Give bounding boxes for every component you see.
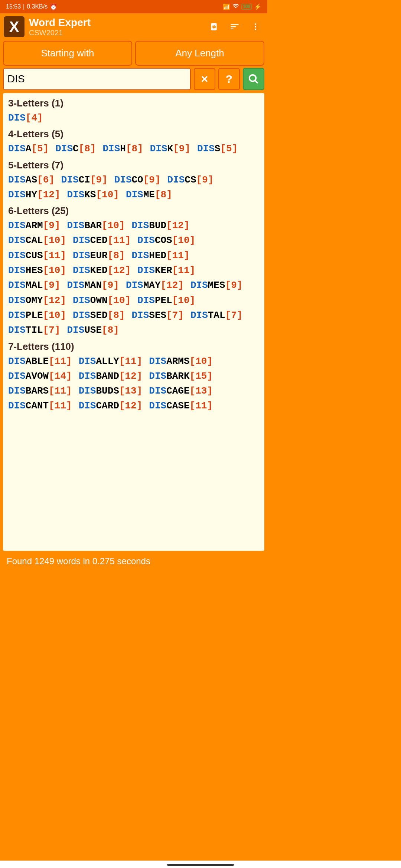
word-item[interactable]: DISSED[8] <box>73 308 125 323</box>
group-header: 3-Letters (1) <box>8 98 259 109</box>
word-item[interactable]: DISBUD[12] <box>131 218 189 233</box>
svg-text:Ab: Ab <box>212 25 216 29</box>
word-item[interactable]: DISABLE[11] <box>8 354 72 369</box>
status-left: 15:53 | 0.3KB/s ⏰ <box>6 3 57 10</box>
word-item[interactable]: DISCASE[11] <box>149 398 213 413</box>
wifi-icon <box>232 3 239 11</box>
word-item[interactable]: DIS[4] <box>8 111 43 125</box>
filter-mode-button[interactable]: Starting with <box>3 41 132 66</box>
svg-point-1 <box>255 23 256 25</box>
clear-button[interactable] <box>194 68 215 90</box>
word-item[interactable]: DISALLY[11] <box>79 354 143 369</box>
header-actions: Ab <box>209 22 264 32</box>
alarm-icon: ⏰ <box>50 3 57 10</box>
charging-icon: ⚡ <box>254 3 261 10</box>
word-item[interactable]: DISMAL[9] <box>8 278 60 293</box>
group-header: 6-Letters (25) <box>8 205 259 217</box>
word-item[interactable]: DISCI[9] <box>61 172 108 187</box>
word-list: DISARM[9]DISBAR[10]DISBUD[12]DISCAL[10]D… <box>8 218 259 338</box>
word-item[interactable]: DISAVOW[14] <box>8 369 72 384</box>
battery-icon: 100 <box>241 4 252 10</box>
word-item[interactable]: DISBUDS[13] <box>79 384 143 398</box>
word-item[interactable]: DISAS[6] <box>8 172 55 187</box>
app-title: Word Expert <box>29 17 204 29</box>
word-item[interactable]: DISOMY[12] <box>8 293 66 308</box>
app-header: X Word Expert CSW2021 Ab <box>0 13 267 40</box>
status-right: 📶 100 ⚡ <box>223 3 261 11</box>
word-item[interactable]: DISKS[10] <box>67 187 119 202</box>
more-icon[interactable] <box>250 22 261 32</box>
word-item[interactable]: DISMES[9] <box>190 278 242 293</box>
word-item[interactable]: DISHED[11] <box>131 248 189 263</box>
word-item[interactable]: DISARM[9] <box>8 218 60 233</box>
word-item[interactable]: DISSES[7] <box>131 308 183 323</box>
status-bar: 15:53 | 0.3KB/s ⏰ 📶 100 ⚡ <box>0 0 267 13</box>
signal-icon: 📶 <box>223 3 230 10</box>
svg-point-3 <box>255 29 256 30</box>
status-time: 15:53 <box>6 3 21 10</box>
sort-icon[interactable] <box>229 22 240 32</box>
footer-status: Found 1249 words in 0.275 seconds <box>0 551 267 572</box>
group-header: 7-Letters (110) <box>8 341 259 352</box>
word-list: DISAS[6]DISCI[9]DISCO[9]DISCS[9]DISHY[12… <box>8 172 259 203</box>
word-item[interactable]: DISBAR[10] <box>67 218 125 233</box>
app-subtitle: CSW2021 <box>29 29 204 37</box>
word-item[interactable]: DISCANT[11] <box>8 398 72 413</box>
word-item[interactable]: DISCED[11] <box>73 233 131 248</box>
word-item[interactable]: DISS[5] <box>197 141 238 156</box>
search-input[interactable] <box>3 68 191 90</box>
word-item[interactable]: DISK[9] <box>150 141 190 156</box>
app-logo[interactable]: X <box>4 16 25 37</box>
word-item[interactable]: DISBARK[15] <box>149 369 213 384</box>
word-item[interactable]: DISC[8] <box>55 141 96 156</box>
word-item[interactable]: DISEUR[8] <box>73 248 125 263</box>
group-header: 4-Letters (5) <box>8 128 259 140</box>
word-item[interactable]: DISPLE[10] <box>8 308 66 323</box>
word-item[interactable]: DISA[5] <box>8 141 49 156</box>
search-row: ? <box>0 68 267 93</box>
word-item[interactable]: DISPEL[10] <box>137 293 195 308</box>
word-item[interactable]: DISCAGE[13] <box>149 384 213 398</box>
filter-length-button[interactable]: Any Length <box>135 41 264 66</box>
word-item[interactable]: DISCAL[10] <box>8 233 66 248</box>
word-item[interactable]: DISME[8] <box>126 187 172 202</box>
dictionary-icon[interactable]: Ab <box>209 22 219 32</box>
word-item[interactable]: DISCUS[11] <box>8 248 66 263</box>
word-item[interactable]: DISUSE[8] <box>67 323 119 338</box>
word-item[interactable]: DISCARD[12] <box>79 398 143 413</box>
word-item[interactable]: DISCOS[10] <box>137 233 195 248</box>
svg-point-2 <box>255 26 256 27</box>
svg-point-4 <box>250 75 256 82</box>
word-item[interactable]: DISTAL[7] <box>190 308 242 323</box>
word-item[interactable]: DISMAN[9] <box>67 278 119 293</box>
word-list: DISABLE[11]DISALLY[11]DISARMS[10]DISAVOW… <box>8 354 259 414</box>
word-item[interactable]: DISKED[12] <box>73 263 131 278</box>
results-panel[interactable]: 3-Letters (1)DIS[4]4-Letters (5)DISA[5]D… <box>3 93 264 551</box>
header-titles: Word Expert CSW2021 <box>29 17 204 37</box>
word-item[interactable]: DISBAND[12] <box>79 369 143 384</box>
status-speed: 0.3KB/s <box>27 3 48 10</box>
word-item[interactable]: DISHES[10] <box>8 263 66 278</box>
word-item[interactable]: DISHY[12] <box>8 187 60 202</box>
word-list: DIS[4] <box>8 111 259 125</box>
filter-row: Starting with Any Length <box>0 40 267 68</box>
word-item[interactable]: DISOWN[10] <box>73 293 131 308</box>
word-list: DISA[5]DISC[8]DISH[8]DISK[9]DISS[5] <box>8 141 259 156</box>
help-button[interactable]: ? <box>218 68 240 90</box>
word-item[interactable]: DISCS[9] <box>167 172 214 187</box>
word-item[interactable]: DISH[8] <box>102 141 143 156</box>
word-item[interactable]: DISARMS[10] <box>149 354 213 369</box>
word-item[interactable]: DISTIL[7] <box>8 323 60 338</box>
word-item[interactable]: DISMAY[12] <box>126 278 184 293</box>
word-item[interactable]: DISBARS[11] <box>8 384 72 398</box>
group-header: 5-Letters (7) <box>8 160 259 171</box>
word-item[interactable]: DISCO[9] <box>114 172 161 187</box>
search-button[interactable] <box>243 68 264 90</box>
word-item[interactable]: DISKER[11] <box>137 263 195 278</box>
